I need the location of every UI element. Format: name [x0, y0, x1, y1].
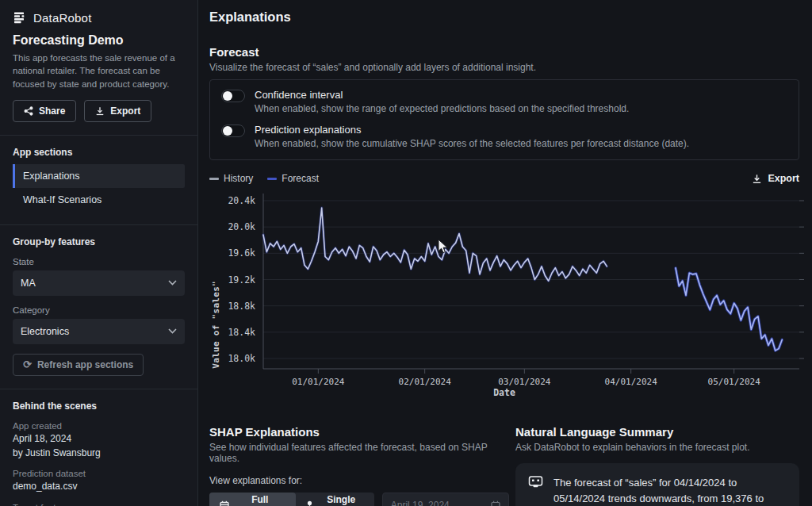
prediction-explanations-toggle[interactable] — [221, 125, 245, 137]
forecast-section-title: Forecast — [209, 45, 799, 59]
group-by-label: Group-by features — [13, 236, 185, 247]
category-select[interactable]: Electronics — [13, 319, 185, 344]
sidebar: DataRobot Forecasting Demo This app fore… — [0, 0, 198, 506]
page-title: Explanations — [209, 10, 799, 25]
legend-label: Forecast — [282, 173, 319, 184]
category-select-value: Electronics — [21, 326, 69, 337]
divider — [0, 135, 197, 136]
export-chart-label: Export — [768, 173, 799, 184]
chart-x-axis-label: Date — [209, 387, 799, 398]
logo: DataRobot — [13, 10, 185, 25]
app-created-by: by Justin Swansburg — [13, 447, 185, 459]
state-select-value: MA — [21, 278, 36, 289]
nls-section: Natural Language Summary Ask DataRobot t… — [515, 425, 799, 506]
download-icon — [95, 106, 105, 116]
sidebar-item-explanations[interactable]: Explanations — [13, 164, 185, 188]
calendar-icon — [491, 500, 500, 506]
date-picker-value: April 19, 2024 — [391, 500, 450, 506]
datarobot-logo-icon — [13, 10, 27, 25]
chart-legend: History Forecast Export — [209, 173, 799, 184]
shap-title: SHAP Explanations — [209, 425, 509, 439]
refresh-icon: ⟳ — [23, 359, 32, 370]
single-date-button[interactable]: Single date — [296, 493, 374, 506]
svg-text:05/01/2024: 05/01/2024 — [708, 377, 761, 387]
shap-subtitle: See how individual features affected the… — [209, 442, 509, 464]
prediction-explanations-description: When enabled, show the cumulative SHAP s… — [255, 138, 689, 149]
behind-the-scenes-label: Behind the scenes — [13, 401, 185, 412]
state-select[interactable]: MA — [13, 270, 185, 296]
chart-canvas[interactable]: 20.4k20.0k19.6k19.2k18.8k18.4k18.0k01/01… — [209, 187, 806, 387]
app-description: This app forecasts the sale revenue of a… — [13, 52, 185, 90]
download-icon — [752, 174, 762, 184]
sidebar-item-label: Explanations — [23, 171, 80, 182]
svg-text:03/01/2024: 03/01/2024 — [498, 377, 551, 387]
nls-title: Natural Language Summary — [515, 425, 799, 439]
export-chart-button[interactable]: Export — [752, 173, 799, 184]
forecast-options-panel: Confidence interval When enabled, show t… — [209, 79, 799, 160]
share-icon — [24, 106, 33, 116]
sidebar-item-label: What-If Scenarios — [23, 194, 102, 205]
prediction-dataset-value: demo_data.csv — [13, 480, 185, 493]
mouse-cursor-icon — [438, 240, 449, 254]
svg-text:04/01/2024: 04/01/2024 — [605, 377, 658, 387]
app-sections-label: App sections — [13, 147, 185, 158]
date-picker-input[interactable]: April 19, 2024 — [382, 493, 509, 506]
brand-name: DataRobot — [33, 11, 92, 25]
full-forecast-button[interactable]: Full forecast — [209, 493, 296, 506]
confidence-interval-description: When enabled, show the range of expected… — [255, 103, 629, 114]
view-explanations-label: View explanations for: — [209, 475, 509, 486]
svg-text:18.8k: 18.8k — [228, 301, 255, 312]
pin-icon — [306, 500, 313, 506]
history-line-swatch — [209, 178, 219, 180]
svg-text:20.4k: 20.4k — [228, 195, 255, 206]
svg-text:18.4k: 18.4k — [228, 327, 255, 338]
divider — [0, 389, 197, 389]
target-feature-label: Target feature — [13, 503, 185, 506]
svg-text:19.6k: 19.6k — [228, 247, 255, 259]
prediction-explanations-label: Prediction explanations — [255, 124, 689, 136]
forecast-chart[interactable]: Value of "sales" 20.4k20.0k19.6k19.2k18.… — [209, 187, 799, 408]
forecast-scope-segmented-control: Full forecast Single date — [209, 493, 374, 506]
prediction-dataset-label: Prediction dataset — [13, 469, 185, 478]
svg-text:01/01/2024: 01/01/2024 — [292, 377, 345, 387]
single-date-label: Single date — [319, 494, 364, 506]
legend-label: History — [224, 173, 253, 184]
export-button-label: Export — [110, 105, 140, 117]
calendar-icon — [220, 500, 229, 506]
toggle-knob — [223, 91, 232, 101]
app-title: Forecasting Demo — [13, 33, 185, 48]
svg-text:02/01/2024: 02/01/2024 — [399, 377, 452, 387]
svg-text:18.0k: 18.0k — [228, 353, 255, 364]
confidence-interval-label: Confidence interval — [255, 89, 629, 101]
confidence-interval-toggle[interactable] — [221, 90, 245, 102]
chart-y-axis-label: Value of "sales" — [211, 281, 221, 369]
nls-subtitle: Ask DataRobot to explain behaviors in th… — [515, 442, 799, 453]
category-label: Category — [13, 305, 185, 315]
state-label: State — [13, 257, 185, 266]
chevron-down-icon — [168, 280, 177, 286]
divider — [0, 224, 197, 225]
svg-text:20.0k: 20.0k — [228, 221, 255, 232]
toggle-knob — [223, 126, 232, 136]
shap-section: SHAP Explanations See how individual fea… — [209, 425, 509, 506]
full-forecast-label: Full forecast — [235, 494, 285, 506]
robot-icon — [528, 475, 543, 489]
refresh-button-label: Refresh app sections — [37, 359, 133, 370]
sidebar-item-what-if-scenarios[interactable]: What-If Scenarios — [13, 188, 185, 212]
export-button-sidebar[interactable]: Export — [84, 100, 151, 122]
nls-summary-text: The forecast of “sales” for 04/14/2024 t… — [553, 475, 787, 506]
share-button[interactable]: Share — [13, 100, 76, 122]
share-button-label: Share — [39, 105, 65, 117]
legend-item-forecast: Forecast — [267, 173, 319, 184]
main-content: Explanations Forecast Visualize the fore… — [198, 0, 812, 506]
app-sections-nav: Explanations What-If Scenarios — [13, 164, 185, 212]
legend-item-history: History — [209, 173, 253, 184]
svg-text:19.2k: 19.2k — [228, 274, 255, 286]
forecast-section-subtitle: Visualize the forecast of “sales” and op… — [209, 62, 799, 73]
nls-summary-card: The forecast of “sales” for 04/14/2024 t… — [515, 463, 799, 506]
app-created-label: App created — [13, 421, 185, 431]
refresh-app-sections-button[interactable]: ⟳ Refresh app sections — [13, 354, 144, 376]
forecast-line-swatch — [267, 178, 277, 180]
chevron-down-icon — [168, 328, 177, 334]
app-created-date: April 18, 2024 — [13, 432, 185, 445]
